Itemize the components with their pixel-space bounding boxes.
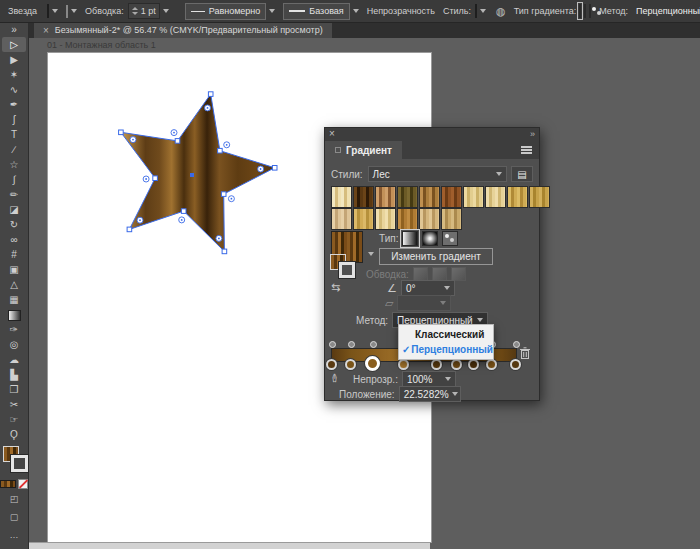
rotate-tool[interactable]: ↻ [2,217,26,232]
curvature-tool[interactable]: ʃ [2,112,26,127]
gradient-color-stop[interactable] [365,356,380,371]
zoom-tool[interactable]: Ϙ [2,427,26,442]
fill-stroke-indicator[interactable] [1,446,27,476]
slice-tool[interactable]: ✂ [2,397,26,412]
opacity-stop[interactable] [513,341,520,348]
close-panel-icon[interactable]: × [329,128,335,140]
variable-width-profile-button[interactable]: Равномерно [185,3,267,20]
magic-wand-tool[interactable]: ✶ [2,67,26,82]
gradient-fill-button[interactable] [0,480,16,488]
edit-gradient-button[interactable]: Изменить градиент [379,248,493,265]
stroke-weight-stepper[interactable]: 1 pt [128,3,160,19]
lasso-tool[interactable]: ∿ [2,82,26,97]
panel-fill-stroke-indicator[interactable] [330,254,356,278]
gradient-color-stop[interactable] [510,359,521,370]
linear-gradient-button[interactable] [402,231,418,246]
method-dropdown-item[interactable]: Классический [399,327,493,342]
edit-toolbar-button[interactable]: … [2,528,26,543]
screen-mode-button[interactable]: ▢ [2,510,26,525]
gradient-swatch[interactable] [419,208,440,230]
gradient-tool[interactable] [2,307,26,322]
free-transform-tool[interactable]: # [2,247,26,262]
gradient-across-stroke-icon[interactable] [451,267,466,281]
paintbrush-tool[interactable]: ∫ [2,172,26,187]
shape-builder-tool[interactable]: ▣ [2,262,26,277]
tab-gradient[interactable]: Градиент [325,141,402,159]
gradient-within-stroke-icon[interactable] [413,267,428,281]
collapse-panel-icon[interactable]: » [530,128,535,140]
freeform-gradient-button[interactable] [589,4,591,18]
gradient-swatch[interactable] [441,208,462,230]
radial-gradient-button[interactable] [584,4,586,18]
styles-select[interactable]: Лес [368,166,507,182]
opacity-stop[interactable] [329,341,336,348]
gradient-color-stop[interactable] [486,359,497,370]
stroke-color-swatch[interactable] [66,5,68,18]
gradient-color-stop[interactable] [431,359,442,370]
delete-stop-icon[interactable] [519,347,531,360]
linear-gradient-button[interactable] [579,4,581,18]
panel-menu-icon[interactable] [521,149,532,151]
gradient-swatch[interactable] [463,186,484,208]
mesh-tool[interactable]: ▦ [2,292,26,307]
opacity-stop[interactable] [348,341,355,348]
gradient-swatch[interactable] [507,186,528,208]
gradient-swatch[interactable] [397,186,418,208]
line-tool[interactable]: ∕ [2,142,26,157]
opacity-label[interactable]: Непрозрачность [367,6,435,16]
pen-tool[interactable]: ✒ [2,97,26,112]
styles-library-button[interactable]: ▤ [511,166,533,182]
gradient-swatch[interactable] [375,208,396,230]
stroke-weight-value[interactable]: 1 pt [141,6,156,16]
drawing-modes-button[interactable]: ◰ [2,492,26,507]
angle-select[interactable]: 0° [401,280,455,296]
gradient-swatch[interactable] [529,186,550,208]
width-tool[interactable]: ∞ [2,232,26,247]
stop-location-select[interactable]: 22.5282% [399,386,461,402]
stepper-arrows-icon[interactable] [132,7,138,15]
panel-title-bar[interactable]: × » [325,128,539,142]
none-fill-button[interactable] [18,479,28,489]
chevron-down-icon[interactable] [368,252,374,256]
panel-stroke-swatch[interactable] [339,262,355,278]
direct-selection-tool[interactable]: ▶ [2,52,26,67]
gradient-swatch[interactable] [419,186,440,208]
hand-tool[interactable]: ☞ [2,412,26,427]
brush-definition-button[interactable]: Базовая [283,3,349,20]
opacity-stop[interactable] [370,341,377,348]
chevron-down-icon[interactable] [71,9,77,13]
fill-color-swatch[interactable] [47,4,49,18]
gradient-swatch[interactable] [375,186,396,208]
gradient-color-stop[interactable] [326,359,337,370]
gradient-swatch[interactable] [485,186,506,208]
chevron-down-icon[interactable] [269,9,275,13]
gradient-swatch[interactable] [331,186,352,208]
toolbar-menu-chevrons[interactable]: » [2,22,26,37]
artboard-tool[interactable]: ❐ [2,382,26,397]
stop-opacity-select[interactable]: 100% [402,371,456,387]
gradient-swatch[interactable] [441,186,462,208]
graphic-style-swatch[interactable] [475,4,477,18]
star-tool[interactable]: ☆ [2,157,26,172]
blend-tool[interactable]: ◎ [2,337,26,352]
symbol-sprayer-tool[interactable]: ☁ [2,352,26,367]
gradient-color-stop[interactable] [468,359,479,370]
gradient-color-stop[interactable] [398,359,409,370]
freeform-gradient-button[interactable] [442,231,458,246]
radial-gradient-button[interactable] [422,231,438,246]
gradient-color-stop[interactable] [451,359,462,370]
toolbar-stroke-swatch[interactable] [11,455,28,472]
document-tab[interactable]: × Безымянный-2* @ 56.47 % (CMYK/Предвари… [34,22,332,38]
chevron-down-icon[interactable] [163,9,169,13]
graph-tool[interactable]: ▙ [2,367,26,382]
type-tool[interactable]: T [2,127,26,142]
eyedropper-tool[interactable]: ✑ [2,322,26,337]
eyedropper-icon[interactable]: ✑ [328,373,342,383]
chevron-down-icon[interactable] [353,9,359,13]
reverse-gradient-icon[interactable]: ⇆ [331,281,340,294]
eraser-tool[interactable]: ◪ [2,202,26,217]
gradient-swatch[interactable] [331,208,352,230]
selection-tool[interactable]: ▷ [2,37,26,52]
perspective-grid-tool[interactable]: △ [2,277,26,292]
method-value[interactable]: Перцепционный [636,6,700,16]
